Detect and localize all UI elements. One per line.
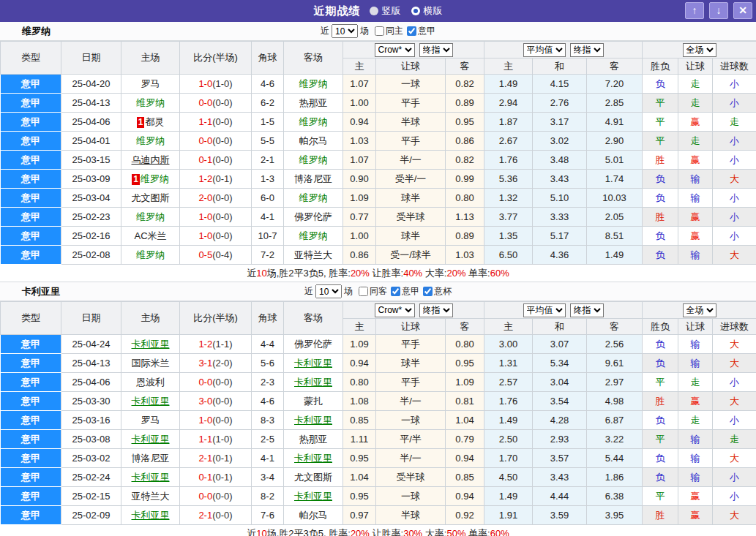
odds-home-cell: 1.07 xyxy=(343,75,376,94)
team-link[interactable]: 维罗纳 xyxy=(136,97,165,108)
avg-time-select[interactable]: 终指 xyxy=(570,43,604,57)
date-cell: 25-02-24 xyxy=(61,468,121,487)
average-select[interactable]: 平均值 xyxy=(523,303,566,317)
fulltime-select[interactable]: 全场 xyxy=(683,303,716,317)
team-link[interactable]: 维罗纳 xyxy=(299,230,328,241)
score-cell: 3-1(2-0) xyxy=(180,354,252,373)
result-handicap-cell: 走 xyxy=(678,94,713,113)
near-count-select[interactable]: 10 xyxy=(332,24,358,38)
team-link[interactable]: 卡利亚里 xyxy=(132,396,170,407)
filter-label: 同客 xyxy=(370,285,387,298)
avg-draw-cell: 3.48 xyxy=(533,151,587,170)
away-team-cell: 卡利亚里 xyxy=(284,487,343,506)
handicap-cell: 平手 xyxy=(376,373,446,392)
filter-option[interactable]: 意甲 xyxy=(407,25,435,37)
radio-horizontal-layout[interactable]: 横版 xyxy=(411,4,443,18)
league-cell: 意甲 xyxy=(1,392,61,411)
league-cell: 意甲 xyxy=(1,354,61,373)
summary-segment: 单率: xyxy=(465,268,490,279)
bookmaker-select[interactable]: Crow* xyxy=(375,303,415,317)
odds-away-cell: 0.79 xyxy=(446,430,484,449)
avg-home-cell: 1.49 xyxy=(484,75,533,94)
avg-home-cell: 2.57 xyxy=(484,373,533,392)
bookmaker-select[interactable]: Crow* xyxy=(375,43,415,57)
near-count-select[interactable]: 10 xyxy=(315,284,342,298)
filter-option[interactable]: 同主 xyxy=(375,25,403,37)
team-link[interactable]: 维罗纳 xyxy=(299,154,328,165)
result-handicap-cell: 赢 xyxy=(678,227,713,246)
filter-option[interactable]: 意杯 xyxy=(423,285,452,298)
away-team-cell: 尤文图斯 xyxy=(284,468,343,487)
team-link[interactable]: 卡利亚里 xyxy=(132,510,170,521)
odds-away-cell: 1.04 xyxy=(446,411,484,430)
result-handicap-cell: 赢 xyxy=(678,506,713,525)
table-row: 意甲25-02-24卡利亚里0-1(0-1)3-4尤文图斯1.04受半球0.85… xyxy=(1,468,756,487)
col-avg-home: 主 xyxy=(484,58,533,75)
league-cell: 意甲 xyxy=(1,373,61,392)
team-link[interactable]: 维罗纳 xyxy=(299,192,328,203)
odds-home-cell: 1.07 xyxy=(343,151,376,170)
team-link[interactable]: 乌迪内斯 xyxy=(132,154,170,165)
avg-draw-cell: 4.28 xyxy=(533,411,587,430)
date-cell: 25-03-08 xyxy=(61,430,121,449)
team-link[interactable]: 卡利亚里 xyxy=(294,491,332,502)
col-score: 比分(半场) xyxy=(180,302,252,335)
team-link[interactable]: 卡利亚里 xyxy=(132,339,170,350)
result-handicap-cell: 走 xyxy=(678,132,713,151)
handicap-cell: 半球 xyxy=(376,113,446,132)
team-link[interactable]: 维罗纳 xyxy=(136,211,165,222)
team-link[interactable]: 维罗纳 xyxy=(141,173,169,184)
team-link[interactable]: 卡利亚里 xyxy=(294,377,332,388)
filter-option[interactable]: 同客 xyxy=(359,285,387,298)
col-avg-away: 客 xyxy=(587,58,643,75)
col-odds-handicap: 让球 xyxy=(376,319,446,335)
average-select[interactable]: 平均值 xyxy=(523,43,566,57)
filters-bar: 近 10 场 同客意甲意杯 xyxy=(0,282,756,301)
date-cell: 25-03-02 xyxy=(61,449,121,468)
summary-line: 近10场,胜2平3负5, 胜率:20% 让胜率:40% 大率:20% 单率:60… xyxy=(0,265,756,282)
team-section-cagliari: 卡利亚里 近 10 场 同客意甲意杯 类型 日期 主场 比分(半场) 角球 客场… xyxy=(0,282,756,536)
team-link[interactable]: 维罗纳 xyxy=(299,116,328,127)
avg-draw-cell: 3.33 xyxy=(533,208,587,227)
team-link[interactable]: 卡利亚里 xyxy=(294,453,332,464)
odds-group-header: Crow*终指 xyxy=(343,302,484,319)
odds-away-cell: 0.89 xyxy=(446,94,484,113)
move-up-button[interactable]: ↑ xyxy=(685,2,704,19)
away-team-cell: 维罗纳 xyxy=(284,189,343,208)
move-down-button[interactable]: ↓ xyxy=(709,2,728,19)
team-link[interactable]: 维罗纳 xyxy=(136,249,165,260)
filter-checkbox[interactable] xyxy=(407,26,416,36)
result-goals-cell: 走 xyxy=(713,430,756,449)
avg-time-select[interactable]: 终指 xyxy=(570,303,604,317)
radio-vertical-layout[interactable]: 竖版 xyxy=(370,4,401,18)
team-link[interactable]: 卡利亚里 xyxy=(132,472,170,483)
result-wdl-cell: 平 xyxy=(643,373,678,392)
team-link[interactable]: 维罗纳 xyxy=(299,78,328,89)
filter-option[interactable]: 意甲 xyxy=(391,285,419,298)
odds-time-select[interactable]: 终指 xyxy=(419,43,453,57)
table-row: 意甲25-03-15乌迪内斯0-1(0-0)2-1维罗纳1.07半/一0.821… xyxy=(1,151,756,170)
date-cell: 25-02-15 xyxy=(61,487,121,506)
filter-checkbox[interactable] xyxy=(375,26,384,36)
odds-time-select[interactable]: 终指 xyxy=(419,303,453,317)
filter-checkbox[interactable] xyxy=(391,287,400,296)
close-button[interactable]: ✕ xyxy=(733,2,752,19)
league-cell: 意甲 xyxy=(1,411,61,430)
team-link[interactable]: 卡利亚里 xyxy=(294,415,332,426)
filter-checkbox[interactable] xyxy=(359,287,368,296)
fulltime-select[interactable]: 全场 xyxy=(683,43,716,57)
team-link[interactable]: 维罗纳 xyxy=(136,135,165,146)
avg-draw-cell: 3.54 xyxy=(533,392,587,411)
team-link[interactable]: 卡利亚里 xyxy=(294,358,332,369)
result-goals-cell: 大 xyxy=(713,335,756,354)
date-cell: 25-04-13 xyxy=(61,94,121,113)
odds-away-cell: 0.89 xyxy=(446,227,484,246)
handicap-cell: 平/半 xyxy=(376,430,446,449)
avg-away-cell: 9.61 xyxy=(587,354,643,373)
double-match-badge: 1 xyxy=(132,174,140,185)
filter-label: 意甲 xyxy=(418,25,435,37)
team-link[interactable]: 卡利亚里 xyxy=(132,434,170,445)
filter-checkbox[interactable] xyxy=(423,287,433,296)
table-row: 意甲25-04-13维罗纳0-0(0-0)6-2热那亚1.00平手0.892.9… xyxy=(1,94,756,113)
table-row: 意甲25-04-20罗马1-0(1-0)4-6维罗纳1.07一球0.821.49… xyxy=(1,75,756,94)
